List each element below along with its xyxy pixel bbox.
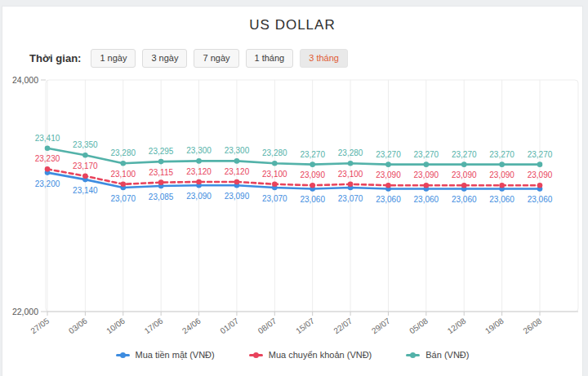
data-label: 23,090 <box>186 192 212 201</box>
data-label: 23,090 <box>414 170 439 179</box>
y-axis-label: 24,000 <box>12 75 38 85</box>
data-label: 23,300 <box>186 146 212 155</box>
x-axis-label: 10/06 <box>105 316 127 335</box>
x-axis-label: 19/08 <box>483 316 506 335</box>
x-axis-label: 01/07 <box>218 316 240 335</box>
time-filter-row: Thời gian: 1 ngày3 ngày7 ngày1 tháng3 th… <box>29 49 348 68</box>
data-point[interactable] <box>196 179 202 185</box>
time-filter-label: Thời gian: <box>29 52 81 64</box>
data-label: 23,280 <box>338 148 363 157</box>
data-label: 23,100 <box>338 170 363 179</box>
x-axis-label: 12/08 <box>446 316 468 335</box>
data-point[interactable] <box>82 174 88 179</box>
data-point[interactable] <box>158 159 164 165</box>
data-label: 23,060 <box>452 195 477 204</box>
data-point[interactable] <box>461 183 467 188</box>
x-axis-label: 03/06 <box>67 316 89 335</box>
data-label: 23,200 <box>35 179 60 188</box>
legend-item-1[interactable]: Mua chuyển khoản (VNĐ) <box>249 350 372 360</box>
data-point[interactable] <box>234 158 240 164</box>
data-label: 23,070 <box>110 194 136 203</box>
data-label: 23,100 <box>110 170 136 179</box>
data-point[interactable] <box>385 183 391 188</box>
usd-exchange-rate-chart: 24,00022,00027/0503/0610/0617/0624/0601/… <box>2 70 584 347</box>
data-label: 23,060 <box>528 195 553 204</box>
data-label: 23,090 <box>225 192 250 201</box>
data-point[interactable] <box>82 153 88 158</box>
filter-button-1[interactable]: 3 ngày <box>142 49 187 68</box>
data-label: 23,060 <box>489 195 514 204</box>
legend-label: Mua chuyển khoản (VNĐ) <box>269 350 372 360</box>
filter-button-2[interactable]: 7 ngày <box>194 49 238 68</box>
data-point[interactable] <box>348 161 354 166</box>
data-point[interactable] <box>310 183 315 188</box>
x-axis-label: 22/07 <box>332 316 354 335</box>
filter-button-3[interactable]: 1 tháng <box>246 49 294 68</box>
y-axis-label: 22,000 <box>12 307 38 316</box>
data-label: 23,170 <box>73 161 98 170</box>
data-label: 23,280 <box>110 148 136 157</box>
legend-label: Bán (VNĐ) <box>425 350 469 360</box>
legend-item-0[interactable]: Mua tiền mặt (VNĐ) <box>116 350 215 360</box>
data-point[interactable] <box>424 183 430 188</box>
data-label: 23,060 <box>414 195 439 204</box>
data-label: 23,350 <box>73 140 98 149</box>
data-point[interactable] <box>158 179 164 185</box>
data-label: 23,270 <box>489 150 514 159</box>
x-axis-label: 17/06 <box>143 316 165 335</box>
data-label: 23,270 <box>414 150 439 159</box>
data-point[interactable] <box>272 161 278 166</box>
data-label: 23,090 <box>528 170 553 179</box>
data-point[interactable] <box>499 183 505 188</box>
data-label: 23,100 <box>262 170 287 179</box>
data-label: 23,280 <box>262 148 287 157</box>
filter-button-0[interactable]: 1 ngày <box>91 49 136 68</box>
data-point[interactable] <box>310 161 315 167</box>
data-point[interactable] <box>272 182 278 188</box>
filter-button-4[interactable]: 3 tháng <box>300 49 348 68</box>
data-label: 23,410 <box>35 134 60 143</box>
data-point[interactable] <box>424 161 430 167</box>
data-point[interactable] <box>120 161 126 166</box>
x-axis-label: 27/05 <box>29 316 51 335</box>
data-label: 23,120 <box>186 167 212 176</box>
data-label: 23,085 <box>149 192 174 201</box>
legend-label: Mua tiền mặt (VNĐ) <box>136 350 215 360</box>
x-axis-label: 05/08 <box>408 316 430 335</box>
data-label: 23,090 <box>376 170 401 179</box>
data-point[interactable] <box>348 182 354 188</box>
data-point[interactable] <box>45 166 51 172</box>
data-label: 23,140 <box>73 186 98 195</box>
legend-item-2[interactable]: Bán (VNĐ) <box>406 350 469 360</box>
data-point[interactable] <box>234 179 240 185</box>
data-point[interactable] <box>120 182 126 188</box>
data-label: 23,270 <box>376 150 401 159</box>
chart-legend: Mua tiền mặt (VNĐ)Mua chuyển khoản (VNĐ)… <box>2 350 582 360</box>
data-label: 23,090 <box>300 170 325 179</box>
data-label: 23,090 <box>489 170 514 179</box>
data-label: 23,230 <box>35 154 60 163</box>
data-label: 23,090 <box>452 170 477 179</box>
data-label: 23,070 <box>262 194 287 203</box>
data-point[interactable] <box>537 183 543 188</box>
data-label: 23,060 <box>300 195 325 204</box>
page-title: US DOLLAR <box>2 17 582 33</box>
data-point[interactable] <box>196 158 202 164</box>
x-axis-label: 08/07 <box>256 316 278 335</box>
data-label: 23,060 <box>376 195 401 204</box>
data-point[interactable] <box>45 145 51 151</box>
x-axis-label: 26/08 <box>521 316 543 335</box>
x-axis-label: 24/06 <box>180 316 203 335</box>
data-point[interactable] <box>385 161 391 167</box>
data-label: 23,295 <box>149 147 174 156</box>
exchange-rate-card: US DOLLAR Thời gian: 1 ngày3 ngày7 ngày1… <box>2 6 583 376</box>
data-point[interactable] <box>537 161 543 167</box>
data-label: 23,270 <box>300 150 325 159</box>
data-point[interactable] <box>461 161 467 167</box>
data-label: 23,270 <box>528 150 553 159</box>
x-axis-label: 29/07 <box>370 316 392 335</box>
legend-line-dot-icon <box>116 354 130 356</box>
data-point[interactable] <box>499 161 505 167</box>
x-axis-label: 15/07 <box>294 316 316 335</box>
data-label: 23,070 <box>338 194 363 203</box>
